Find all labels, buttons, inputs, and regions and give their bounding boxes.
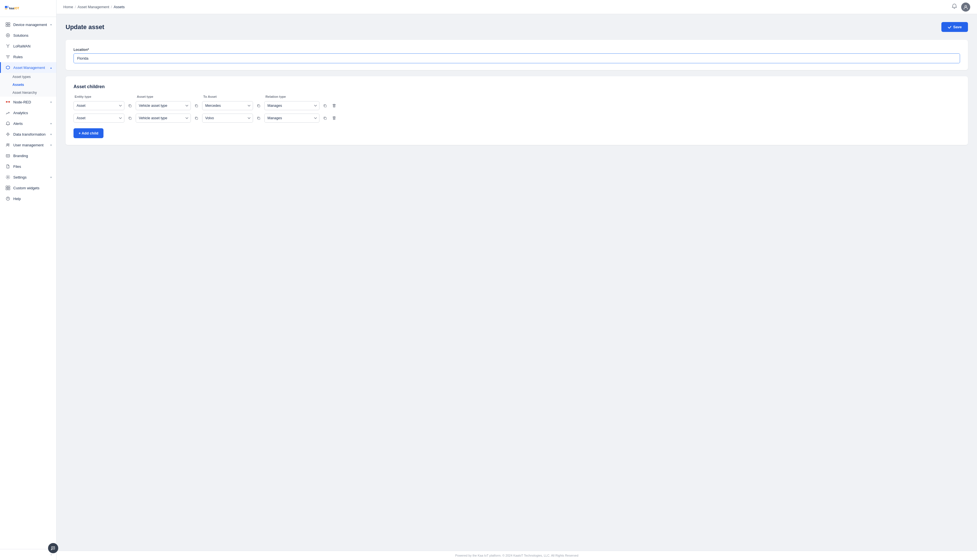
- sidebar-item-rules[interactable]: Rules: [0, 52, 56, 62]
- row-1-actions: [331, 102, 348, 109]
- entity-type-select-1[interactable]: Asset Device: [73, 101, 124, 110]
- topbar: Home / Asset Management / Assets: [57, 0, 977, 14]
- sidebar-item-asset-management[interactable]: Asset Management ▴: [0, 62, 56, 73]
- sidebar-item-settings[interactable]: Settings ▾: [0, 172, 56, 183]
- svg-rect-31: [129, 117, 131, 119]
- to-asset-select-1[interactable]: Mercedes Volvo BMW Audi: [202, 101, 253, 110]
- copy-entity-type-2-button[interactable]: [127, 115, 133, 122]
- chat-button[interactable]: [48, 543, 58, 553]
- users-icon: [5, 142, 10, 147]
- sidebar-subitem-asset-types[interactable]: Asset types: [12, 73, 56, 81]
- settings-icon: [5, 175, 10, 180]
- sidebar-item-label: LoRaWAN: [13, 44, 30, 48]
- relation-type-select-2[interactable]: Manages Contains Owns: [264, 113, 319, 123]
- sidebar-item-node-red[interactable]: Node-RED ▾: [0, 97, 56, 107]
- breadcrumb: Home / Asset Management / Assets: [63, 5, 125, 9]
- delete-row-1-button[interactable]: [331, 102, 337, 109]
- to-asset-select-2[interactable]: Mercedes Volvo BMW Audi: [202, 113, 253, 123]
- sidebar-item-label: Node-RED: [13, 100, 31, 104]
- avatar[interactable]: [961, 3, 970, 12]
- svg-rect-18: [6, 155, 10, 157]
- sidebar-item-custom-widgets[interactable]: Custom widgets: [0, 183, 56, 193]
- chevron-down-icon: ▾: [50, 122, 52, 125]
- sidebar-item-label: Asset Management: [13, 65, 45, 70]
- svg-rect-2: [8, 7, 8, 8]
- sidebar-item-device-management[interactable]: Device management ▾: [0, 19, 56, 30]
- collapse-sidebar-button[interactable]: ‹: [5, 553, 52, 557]
- chevron-down-icon: ▾: [50, 133, 52, 136]
- alerts-icon: [5, 121, 10, 126]
- copy-asset-type-1-button[interactable]: [194, 103, 199, 109]
- col-asset-type: Asset type: [137, 95, 192, 98]
- notifications-icon[interactable]: [952, 3, 957, 10]
- breadcrumb-home[interactable]: Home: [63, 5, 73, 9]
- relation-type-select-1[interactable]: Manages Contains Owns: [264, 101, 319, 110]
- location-form-section: Location*: [65, 40, 968, 70]
- svg-rect-8: [8, 23, 10, 24]
- footer-text: Powered by the Kaa IoT platform. © 2024 …: [455, 554, 578, 557]
- logo: kaa IOT: [0, 0, 56, 17]
- svg-point-26: [965, 5, 967, 7]
- sidebar-item-label: Branding: [13, 154, 28, 158]
- svg-text:IOT: IOT: [14, 7, 20, 10]
- children-table-header: Entity type Asset type To Asset Relation…: [73, 95, 960, 98]
- svg-rect-33: [258, 117, 260, 119]
- add-child-button[interactable]: + Add child: [73, 128, 104, 138]
- footer: Powered by the Kaa IoT platform. © 2024 …: [57, 551, 977, 560]
- col-entity-type: Entity type: [75, 95, 125, 98]
- nodered-icon: [5, 100, 10, 105]
- svg-text:kaa: kaa: [9, 7, 14, 10]
- svg-rect-7: [6, 23, 8, 24]
- svg-rect-13: [6, 101, 7, 103]
- chevron-down-icon: ▾: [50, 143, 52, 147]
- chevron-down-icon: ▾: [50, 23, 52, 26]
- sidebar-item-lorawan[interactable]: LoRaWAN: [0, 41, 56, 52]
- copy-entity-type-1-button[interactable]: [127, 103, 133, 109]
- sidebar-item-analytics[interactable]: Analytics: [0, 107, 56, 118]
- transform-icon: [5, 132, 10, 137]
- sidebar-subitem-asset-hierarchy[interactable]: Asset hierarchy: [12, 89, 56, 97]
- sidebar-item-solutions[interactable]: Solutions: [0, 30, 56, 41]
- sidebar-item-help[interactable]: Help: [0, 193, 56, 204]
- sidebar-item-user-management[interactable]: User management ▾: [0, 140, 56, 150]
- sidebar-item-alerts[interactable]: Alerts ▾: [0, 118, 56, 129]
- copy-to-asset-2-button[interactable]: [256, 115, 262, 122]
- svg-rect-4: [6, 8, 7, 9]
- sidebar-item-data-transformation[interactable]: Data transformation ▾: [0, 129, 56, 140]
- chevron-up-icon: ▴: [50, 66, 52, 69]
- delete-row-2-button[interactable]: [331, 115, 337, 122]
- location-input[interactable]: [73, 53, 960, 63]
- solutions-icon: [5, 33, 10, 38]
- copy-asset-type-2-button[interactable]: [194, 115, 199, 122]
- copy-relation-type-2-button[interactable]: [322, 115, 328, 122]
- files-icon: [5, 164, 10, 169]
- svg-rect-32: [195, 117, 198, 119]
- lorawan-icon: [5, 43, 10, 48]
- sidebar-subitem-assets[interactable]: Assets: [12, 81, 56, 89]
- sidebar-item-files[interactable]: Files: [0, 161, 56, 172]
- asset-type-select-2[interactable]: Vehicle asset type Building asset type O…: [136, 113, 191, 123]
- svg-rect-1: [8, 6, 8, 7]
- svg-rect-9: [6, 25, 8, 27]
- sidebar-item-label: User management: [13, 143, 43, 147]
- sidebar-item-label: Help: [13, 197, 21, 201]
- entity-type-select-2[interactable]: Asset Device: [73, 113, 124, 123]
- copy-to-asset-1-button[interactable]: [256, 103, 262, 109]
- main-content: Home / Asset Management / Assets Update …: [57, 0, 977, 560]
- sidebar-item-branding[interactable]: Branding: [0, 150, 56, 161]
- svg-point-19: [7, 177, 8, 178]
- svg-rect-3: [5, 8, 6, 9]
- page-header: Update asset Save: [65, 22, 968, 32]
- children-table: Entity type Asset type To Asset Relation…: [73, 95, 960, 138]
- breadcrumb-sep-1: /: [75, 5, 76, 9]
- copy-relation-type-1-button[interactable]: [322, 103, 328, 109]
- breadcrumb-asset-management[interactable]: Asset Management: [77, 5, 109, 9]
- sidebar-footer: ‹: [0, 549, 56, 560]
- svg-rect-0: [5, 6, 7, 8]
- sidebar-item-label: Rules: [13, 55, 23, 59]
- svg-rect-22: [6, 188, 8, 190]
- svg-rect-28: [195, 105, 198, 107]
- asset-type-select-1[interactable]: Vehicle asset type Building asset type O…: [136, 101, 191, 110]
- sidebar-item-label: Custom widgets: [13, 186, 39, 190]
- save-button[interactable]: Save: [941, 22, 968, 32]
